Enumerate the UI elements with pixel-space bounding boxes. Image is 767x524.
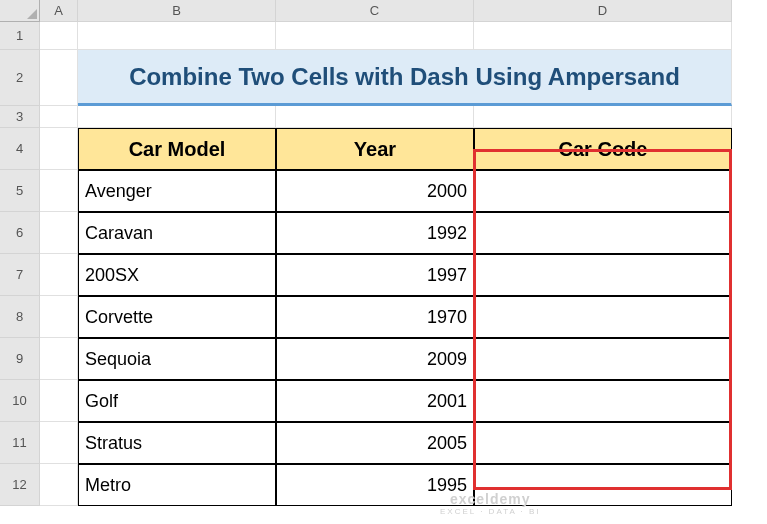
cell-model-0[interactable]: Avenger (78, 170, 276, 212)
cell-A10[interactable] (40, 380, 78, 422)
cell-D3[interactable] (474, 106, 732, 128)
cell-model-7[interactable]: Metro (78, 464, 276, 506)
cell-A3[interactable] (40, 106, 78, 128)
cell-A1[interactable] (40, 22, 78, 50)
row-header-12[interactable]: 12 (0, 464, 40, 506)
cell-year-4[interactable]: 2009 (276, 338, 474, 380)
cell-code-5[interactable] (474, 380, 732, 422)
spreadsheet-grid: A B C D 1 2 Combine Two Cells with Dash … (0, 0, 767, 506)
cell-year-3[interactable]: 1970 (276, 296, 474, 338)
cell-code-0[interactable] (474, 170, 732, 212)
col-header-D[interactable]: D (474, 0, 732, 22)
title-cell[interactable]: Combine Two Cells with Dash Using Ampers… (78, 50, 732, 106)
row-header-5[interactable]: 5 (0, 170, 40, 212)
cell-year-2[interactable]: 1997 (276, 254, 474, 296)
row-header-6[interactable]: 6 (0, 212, 40, 254)
row-header-9[interactable]: 9 (0, 338, 40, 380)
cell-code-6[interactable] (474, 422, 732, 464)
col-header-A[interactable]: A (40, 0, 78, 22)
row-header-2[interactable]: 2 (0, 50, 40, 106)
cell-A4[interactable] (40, 128, 78, 170)
cell-model-6[interactable]: Stratus (78, 422, 276, 464)
cell-B1[interactable] (78, 22, 276, 50)
header-code[interactable]: Car Code (474, 128, 732, 170)
row-header-1[interactable]: 1 (0, 22, 40, 50)
cell-code-3[interactable] (474, 296, 732, 338)
cell-A7[interactable] (40, 254, 78, 296)
watermark-sub: EXCEL · DATA · BI (440, 507, 541, 516)
cell-year-5[interactable]: 2001 (276, 380, 474, 422)
col-header-B[interactable]: B (78, 0, 276, 22)
row-header-11[interactable]: 11 (0, 422, 40, 464)
cell-year-1[interactable]: 1992 (276, 212, 474, 254)
row-header-8[interactable]: 8 (0, 296, 40, 338)
cell-model-1[interactable]: Caravan (78, 212, 276, 254)
select-all-corner[interactable] (0, 0, 40, 22)
cell-model-5[interactable]: Golf (78, 380, 276, 422)
cell-B3[interactable] (78, 106, 276, 128)
cell-A9[interactable] (40, 338, 78, 380)
cell-model-2[interactable]: 200SX (78, 254, 276, 296)
row-header-4[interactable]: 4 (0, 128, 40, 170)
cell-code-4[interactable] (474, 338, 732, 380)
cell-C3[interactable] (276, 106, 474, 128)
cell-C1[interactable] (276, 22, 474, 50)
row-header-10[interactable]: 10 (0, 380, 40, 422)
cell-D1[interactable] (474, 22, 732, 50)
header-year[interactable]: Year (276, 128, 474, 170)
cell-A8[interactable] (40, 296, 78, 338)
watermark-main: exceldemy (450, 491, 531, 507)
cell-A11[interactable] (40, 422, 78, 464)
row-header-7[interactable]: 7 (0, 254, 40, 296)
cell-A2[interactable] (40, 50, 78, 106)
cell-A12[interactable] (40, 464, 78, 506)
row-header-3[interactable]: 3 (0, 106, 40, 128)
cell-code-1[interactable] (474, 212, 732, 254)
header-model[interactable]: Car Model (78, 128, 276, 170)
cell-code-2[interactable] (474, 254, 732, 296)
cell-A5[interactable] (40, 170, 78, 212)
cell-year-0[interactable]: 2000 (276, 170, 474, 212)
cell-A6[interactable] (40, 212, 78, 254)
cell-model-3[interactable]: Corvette (78, 296, 276, 338)
col-header-C[interactable]: C (276, 0, 474, 22)
cell-year-6[interactable]: 2005 (276, 422, 474, 464)
cell-model-4[interactable]: Sequoia (78, 338, 276, 380)
watermark: exceldemy EXCEL · DATA · BI (440, 491, 541, 516)
